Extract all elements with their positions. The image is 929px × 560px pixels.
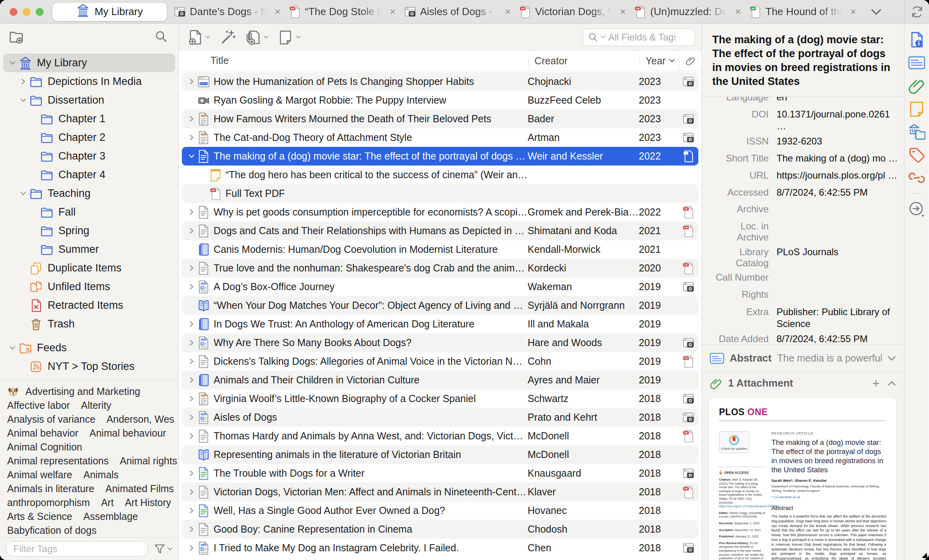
rail-attachments-button[interactable] [908, 77, 926, 95]
tab-my-library[interactable]: My Library [52, 3, 167, 21]
tab-reader-1[interactable]: “The Dog Stole the P × [287, 0, 402, 24]
tab-close-icon[interactable]: × [387, 6, 398, 18]
chevron-right-icon[interactable] [187, 414, 196, 420]
sidebar-item-feeds[interactable]: Feeds [3, 339, 175, 357]
field-extra[interactable]: Extra Publisher: Public Library of Scien… [702, 303, 904, 330]
tab-close-icon[interactable]: × [272, 6, 283, 18]
tag-item[interactable]: Animals [83, 469, 119, 481]
item-row[interactable]: “When Your Dog Matches Your Decor”: Obje… [182, 296, 698, 315]
chevron-right-icon[interactable] [187, 265, 196, 271]
field-call-number[interactable]: Call Number [702, 269, 904, 286]
item-row[interactable]: Virginia Woolf’s Little-Known Biography … [182, 389, 698, 408]
chevron-right-icon[interactable] [187, 209, 196, 215]
item-row[interactable]: How Famous Writers Mourned the Death of … [182, 110, 698, 128]
item-row[interactable]: Why is pet goods consumption imperceptib… [182, 203, 698, 221]
sidebar-item-chapter-2[interactable]: Chapter 2 [3, 128, 175, 147]
search-box[interactable] [583, 29, 695, 46]
item-row[interactable]: The Cat-and-Dog Theory of Attachment Sty… [182, 128, 698, 147]
tab-reader-3[interactable]: Victorian Dogs, Vict × [517, 0, 632, 24]
tag-item[interactable]: Anderson, Wes [106, 414, 174, 425]
chevron-down-icon[interactable] [18, 191, 28, 196]
tab-close-icon[interactable]: × [503, 6, 513, 18]
chevron-right-icon[interactable] [187, 228, 196, 234]
item-row[interactable]: Full Text PDF [182, 184, 698, 203]
chevron-right-icon[interactable] [18, 79, 28, 85]
chevron-down-icon[interactable] [7, 60, 17, 66]
sidebar-item-duplicate-items[interactable]: Duplicate Items [3, 259, 175, 277]
tag-item[interactable]: Babyfication of dogs [7, 525, 96, 536]
item-row[interactable]: “The dog hero has been critical to the s… [182, 165, 698, 184]
search-input[interactable] [608, 32, 676, 43]
abstract-section[interactable]: Abstract The media is a powerful forc… [702, 345, 904, 372]
item-row[interactable]: True love and the nonhuman: Shakespeare'… [182, 259, 698, 277]
field-doi[interactable]: DOI 10.1371/journal.pone.0261 … [702, 105, 904, 132]
chevron-right-icon[interactable] [187, 470, 196, 476]
tag-filter-options-button[interactable] [154, 543, 173, 555]
tab-close-icon[interactable]: × [618, 6, 628, 18]
sidebar-item-teaching[interactable]: Teaching [3, 184, 175, 203]
column-header-title[interactable]: Title [179, 55, 528, 66]
tab-reader-0[interactable]: Dante’s Dogs - Mang × [172, 0, 287, 24]
rail-libraries-button[interactable] [908, 123, 926, 141]
item-row[interactable]: Representing animals in the literature o… [182, 445, 698, 464]
sidebar-item-trash[interactable]: Trash [3, 315, 175, 333]
rail-abstract-button[interactable] [908, 54, 926, 72]
collection-search-button[interactable] [154, 30, 168, 45]
item-row[interactable]: The making of a (dog) movie star: The ef… [182, 147, 698, 165]
tag-item[interactable]: Animal behaviour [89, 427, 166, 439]
chevron-right-icon[interactable] [187, 489, 196, 495]
tag-item[interactable]: Advertising and Marketing [25, 386, 140, 397]
rail-notes-button[interactable] [908, 100, 926, 118]
tag-item[interactable]: Animated Films [106, 483, 174, 495]
minimize-window-button[interactable] [23, 8, 31, 16]
item-row[interactable]: Animals and Their Children in Victorian … [182, 371, 698, 389]
field-language[interactable]: Language en [702, 97, 904, 105]
tab-reader-4[interactable]: (Un)muzzled: Dogs × [632, 0, 747, 24]
field-short-title[interactable]: Short Title The making of a (dog) mo … [702, 149, 904, 166]
add-attachment-button[interactable]: ＋ [870, 375, 882, 391]
sidebar-item-chapter-4[interactable]: Chapter 4 [3, 165, 175, 184]
item-row[interactable]: How the Humanization of Pets Is Changing… [182, 72, 698, 91]
tag-item[interactable]: Animals in literature [7, 483, 94, 495]
sidebar-item-chapter-3[interactable]: Chapter 3 [3, 147, 175, 165]
tag-item[interactable]: Animal Cognition [7, 441, 82, 453]
rail-info-button[interactable] [908, 31, 926, 49]
field-accessed[interactable]: Accessed 8/7/2024, 6:42:55 PM [702, 183, 904, 200]
sidebar-item-unfiled-items[interactable]: Unfiled Items [3, 277, 175, 296]
item-row[interactable]: A Dog’s Box-Office Journey Wakeman 2019 [182, 277, 698, 296]
tag-item[interactable]: Assemblage [83, 511, 138, 522]
item-row[interactable]: In Dogs We Trust: An Anthology of Americ… [182, 315, 698, 333]
item-row[interactable]: Aisles of Dogs Prato and Kehrt 2018 [182, 408, 698, 427]
new-note-button[interactable] [277, 29, 301, 46]
field-archive[interactable]: Archive [702, 200, 904, 217]
chevron-right-icon[interactable] [187, 79, 196, 85]
new-collection-button[interactable] [9, 29, 24, 46]
item-row[interactable]: The Trouble with Dogs for a Writer Knaus… [182, 464, 698, 483]
tag-item[interactable]: Arts & Science [7, 511, 72, 522]
tag-item[interactable]: Animal rights [120, 455, 177, 467]
sidebar-item-chapter-1[interactable]: Chapter 1 [3, 110, 175, 128]
chevron-right-icon[interactable] [187, 116, 196, 122]
chevron-right-icon[interactable] [187, 433, 196, 439]
item-row[interactable]: Thomas Hardy and Animals by Anna West, a… [182, 427, 698, 445]
item-row[interactable]: Canis Modernis: Human/Dog Coevolution in… [182, 240, 698, 259]
item-row[interactable]: Dickens's Talking Dogs: Allegories of An… [182, 352, 698, 371]
field-loc-in-archive[interactable]: Loc. in Archive [702, 217, 904, 243]
sidebar-item-depictions-in-media[interactable]: Depictions In Media [3, 72, 175, 91]
rail-tags-button[interactable] [908, 146, 926, 164]
column-header-attachment[interactable] [679, 54, 702, 67]
sidebar-item-my-library[interactable]: My Library [3, 54, 175, 72]
chevron-down-icon[interactable] [187, 153, 196, 159]
item-row[interactable]: Dogs and Cats and Their Relationships wi… [182, 221, 698, 240]
sidebar-item-retracted-items[interactable]: Retracted Items [3, 296, 175, 315]
tag-item[interactable]: Animal representations [7, 455, 109, 467]
field-issn[interactable]: ISSN 1932-6203 [702, 132, 904, 149]
tab-reader-2[interactable]: Aisles of Dogs - Prat × [402, 0, 517, 24]
tag-item[interactable]: Animal behavior [7, 427, 78, 439]
tab-reader-5[interactable]: The Hound of the Ba × [747, 0, 862, 24]
rail-related-button[interactable] [908, 169, 926, 187]
field-url[interactable]: URL https://journals.plos.org/pl … [702, 166, 904, 183]
filter-tags-input[interactable] [6, 541, 148, 556]
column-header-year[interactable]: Year [640, 54, 679, 67]
tab-overflow-button[interactable] [862, 8, 890, 15]
